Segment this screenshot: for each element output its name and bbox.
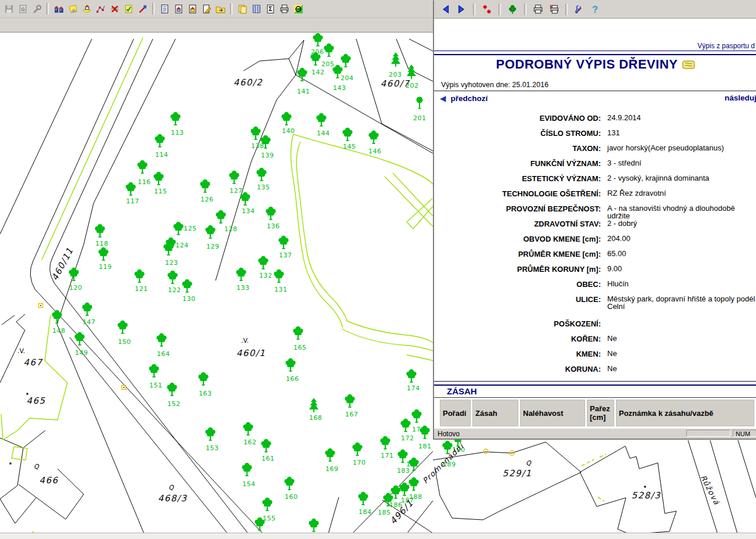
doc-edit-button[interactable] — [199, 2, 213, 16]
tree-symbol[interactable] — [285, 358, 295, 372]
tree-symbol[interactable] — [309, 398, 318, 412]
field-row: FUNKČNÍ VÝZNAM:3 - střední — [434, 159, 756, 174]
area-select-button[interactable] — [66, 2, 80, 16]
tree-symbol[interactable] — [345, 394, 354, 408]
doc-g-button[interactable]: G — [16, 2, 30, 16]
tree-symbol[interactable] — [411, 409, 421, 423]
tree-symbol[interactable] — [173, 222, 183, 235]
docs-copy-button[interactable] — [235, 2, 249, 16]
sigma-button[interactable]: Σ — [263, 2, 277, 16]
tree-symbol[interactable] — [399, 483, 409, 496]
tree-symbol[interactable] — [281, 112, 291, 125]
nav-next-button[interactable] — [454, 2, 468, 16]
tree-symbol[interactable] — [137, 160, 147, 174]
field-label: ULICE: — [434, 295, 601, 304]
tree-symbol[interactable] — [391, 52, 400, 67]
tree-symbol[interactable] — [358, 492, 368, 505]
tree-symbol[interactable] — [297, 68, 307, 81]
tree-symbol[interactable] — [316, 113, 326, 127]
print-doc-button[interactable] — [277, 2, 291, 16]
prev-record-link[interactable]: ◀předchozí — [440, 94, 488, 103]
tree-symbol[interactable] — [313, 33, 323, 46]
tree-button[interactable] — [506, 2, 519, 16]
tree-symbol[interactable] — [407, 64, 416, 79]
tree-symbol[interactable] — [352, 443, 362, 456]
tree-symbol[interactable] — [156, 333, 166, 347]
field-row: ULICE:Městský park, dopravní hřiště a to… — [434, 295, 756, 319]
tree-symbol[interactable] — [243, 422, 253, 436]
tree-symbol[interactable] — [149, 364, 159, 378]
help-button[interactable]: ? — [588, 2, 602, 16]
tree-symbol[interactable] — [117, 321, 127, 334]
tree-symbol[interactable] — [400, 419, 410, 432]
field-value: Ne — [607, 365, 617, 372]
tree-symbol[interactable] — [256, 168, 266, 181]
tree-symbol[interactable] — [167, 383, 177, 396]
tree-label: 142 — [311, 69, 325, 76]
list-doc-button[interactable] — [157, 2, 171, 16]
tree-symbol[interactable] — [74, 332, 84, 346]
house-doc-button[interactable] — [171, 2, 185, 16]
area-measure-button[interactable] — [291, 2, 305, 16]
tree-symbol[interactable] — [342, 128, 352, 141]
tree-symbol[interactable] — [167, 271, 177, 284]
tree-symbol[interactable] — [278, 236, 288, 249]
tree-symbol[interactable] — [324, 44, 334, 57]
tree-symbol[interactable] — [417, 97, 423, 109]
tree-symbol[interactable] — [266, 207, 275, 220]
tree-symbol[interactable] — [216, 210, 225, 224]
tree-symbol[interactable] — [198, 372, 208, 386]
print-button[interactable] — [531, 2, 545, 16]
save-button[interactable] — [2, 2, 16, 16]
tree-symbol[interactable] — [155, 134, 164, 148]
tree-symbol[interactable] — [182, 279, 192, 293]
note-check-button[interactable] — [121, 2, 135, 16]
polyline-edit-button[interactable] — [94, 2, 108, 16]
buildings-button[interactable] — [52, 2, 66, 16]
tree-symbol[interactable] — [325, 448, 335, 462]
red-stars-button[interactable] — [480, 2, 494, 16]
tree-symbol[interactable] — [98, 247, 108, 261]
tree-symbol[interactable] — [242, 463, 252, 476]
tree-symbol[interactable] — [284, 477, 294, 490]
tree-symbol[interactable] — [205, 427, 215, 441]
delete-cross-button[interactable] — [108, 2, 121, 16]
tree-symbol[interactable] — [170, 112, 180, 125]
tree-symbol[interactable] — [126, 182, 135, 196]
tree-symbol[interactable] — [69, 268, 78, 281]
tree-symbol[interactable] — [409, 477, 418, 491]
tree-symbol[interactable] — [261, 439, 271, 452]
house-photo-button[interactable] — [185, 2, 199, 16]
tree-label: 146 — [368, 148, 382, 155]
repair-button[interactable] — [135, 2, 149, 16]
tree-symbol[interactable] — [205, 225, 215, 239]
tools-button[interactable] — [572, 2, 586, 16]
tree-symbol[interactable] — [200, 179, 210, 193]
tree-symbol[interactable] — [236, 268, 246, 281]
tree-symbol[interactable] — [309, 519, 318, 532]
tree-symbol[interactable] — [262, 498, 272, 511]
tree-symbol[interactable] — [380, 436, 390, 450]
table-doc-button[interactable] — [249, 2, 263, 16]
tree-symbol[interactable] — [95, 224, 105, 238]
tree-label: 173 — [412, 426, 425, 433]
tree-symbol[interactable] — [341, 54, 350, 67]
building-dot — [10, 463, 12, 465]
folder-open-button[interactable] — [213, 2, 227, 16]
tree-symbol[interactable] — [250, 127, 260, 140]
tree-symbol[interactable] — [258, 256, 268, 270]
tree-symbol[interactable] — [406, 369, 416, 383]
house-area-button[interactable] — [80, 2, 94, 16]
tree-symbol[interactable] — [274, 270, 284, 283]
tree-symbol[interactable] — [368, 131, 378, 144]
tree-symbol[interactable] — [153, 172, 163, 185]
print-doc-icon — [280, 4, 289, 14]
tree-symbol[interactable] — [293, 326, 303, 340]
tree-symbol[interactable] — [134, 270, 144, 283]
wrench-button[interactable] — [30, 2, 44, 16]
nav-prev-button[interactable] — [439, 2, 453, 16]
next-record-link[interactable]: následující — [725, 94, 756, 102]
tree-symbol[interactable] — [229, 171, 239, 184]
print-config-button[interactable] — [547, 2, 561, 16]
tree-symbol[interactable] — [82, 303, 92, 316]
